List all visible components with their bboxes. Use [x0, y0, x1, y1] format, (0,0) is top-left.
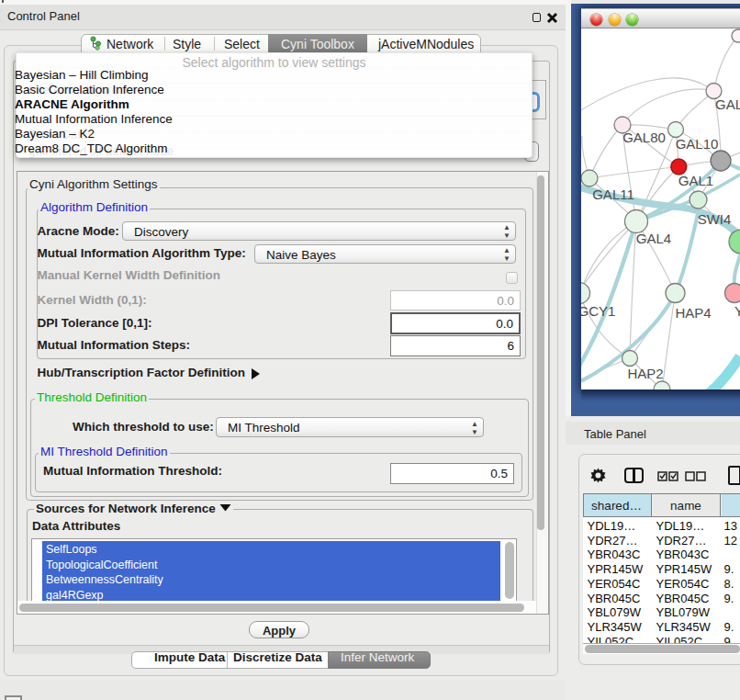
svg-text:GAL1: GAL1 [678, 173, 713, 188]
svg-text:GAL: GAL [715, 96, 740, 112]
svg-text:GAL80: GAL80 [622, 130, 666, 145]
svg-text:GAL11: GAL11 [592, 186, 634, 202]
svg-text:Y: Y [734, 303, 740, 319]
svg-text:SWI4: SWI4 [698, 211, 732, 227]
svg-text:GAL10: GAL10 [676, 136, 719, 152]
svg-text:GAL4: GAL4 [636, 231, 671, 246]
svg-text:HAP4: HAP4 [675, 305, 711, 321]
svg-text:HAP2: HAP2 [627, 366, 663, 381]
svg-text:GCY1: GCY1 [581, 303, 615, 319]
